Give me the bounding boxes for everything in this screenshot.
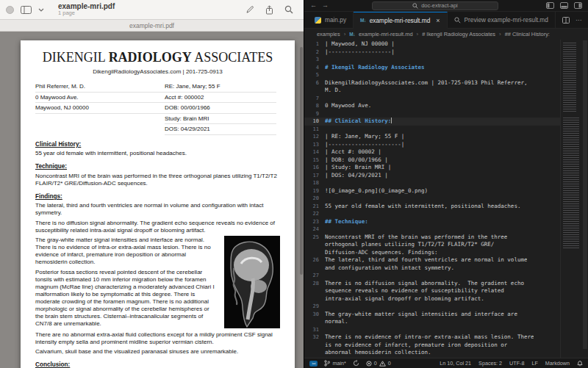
- editor-line[interactable]: intra-axial signal dropoff or blooming a…: [304, 295, 560, 303]
- editor-line[interactable]: 14 | Acct #: 00002 |: [304, 148, 560, 156]
- clinical-history-paragraph: 55 year old female with intermittent, po…: [35, 150, 280, 157]
- problems-status[interactable]: 0 0: [366, 360, 391, 367]
- tab-label: example-mri-result.md: [370, 17, 431, 24]
- editor-line[interactable]: orthogonal planes utilizing T1/T2/T2 FLA…: [304, 241, 560, 249]
- line-number: [304, 287, 325, 295]
- sidebar-view-menu[interactable]: [38, 8, 44, 12]
- git-branch-status[interactable]: main*: [324, 360, 345, 367]
- editor-line[interactable]: 30 The gray-white matter signal intensit…: [304, 311, 560, 319]
- line-text: The lateral, third and fourth ventricles…: [325, 256, 527, 264]
- nav-back-button[interactable]: ←: [310, 2, 317, 9]
- encoding-status[interactable]: UTF-8: [509, 360, 524, 367]
- command-center-search[interactable]: doc-extract-api: [372, 1, 498, 10]
- language-mode-status[interactable]: Markdown: [545, 360, 570, 367]
- editor-line[interactable]: 6 DikengilRadiologyAssociates.com | 201-…: [304, 79, 560, 87]
- indentation-status[interactable]: Spaces: 2: [478, 360, 502, 367]
- line-number: 6: [304, 79, 325, 87]
- editor-line[interactable]: 24: [304, 226, 560, 234]
- toggle-sidebar-icon[interactable]: [546, 2, 554, 9]
- editor-lines[interactable]: 1 | Maywood, NJ 00000 | 2 |-------------…: [304, 40, 560, 358]
- breadcrumb-file[interactable]: example-mri-result.md: [359, 31, 413, 37]
- branch-icon: [324, 360, 330, 367]
- editor-line[interactable]: 17 | DOS: 04/29/2021 |: [304, 172, 560, 180]
- editor-line[interactable]: 26 The lateral, third and fourth ventric…: [304, 256, 560, 264]
- scrollbar-thumb[interactable]: [583, 40, 587, 349]
- editor-line[interactable]: 16 | Study: Brain MRI |: [304, 164, 560, 172]
- editor-line[interactable]: 7: [304, 95, 560, 103]
- heading-technique: Technique:: [35, 163, 280, 170]
- editor-line[interactable]: 31: [304, 326, 560, 334]
- editor-line[interactable]: 5: [304, 71, 560, 79]
- line-number: 3: [304, 56, 325, 64]
- editor-line[interactable]: 13 |----------------------|: [304, 141, 560, 149]
- editor-line[interactable]: 1 | Maywood, NJ 00000 |: [304, 40, 560, 48]
- close-tab-icon[interactable]: ×: [436, 17, 440, 24]
- editor-line[interactable]: 4 # Ikengil Radiology Associates: [304, 64, 560, 72]
- toggle-panel-icon[interactable]: [560, 2, 568, 9]
- editor-line[interactable]: 27: [304, 272, 560, 280]
- editor-line[interactable]: normal.: [304, 318, 560, 326]
- editor-line[interactable]: abnormal hemosiderin collection.: [304, 349, 560, 357]
- editor-line[interactable]: is no evidence of infarct, premature iro…: [304, 342, 560, 350]
- pdf-viewport[interactable]: DIKENGIL RADIOLOGY ASSOCIATES DikengilRa…: [0, 32, 304, 368]
- editor-line[interactable]: 3: [304, 56, 560, 64]
- tab-main-py[interactable]: main.py: [308, 12, 354, 28]
- editor-line[interactable]: 10 ## Clinical History:: [304, 118, 560, 126]
- editor-line[interactable]: 19 ![0_image_0.png](0_image_0.png): [304, 187, 560, 195]
- editor-line[interactable]: 25 Noncontrast MRI of the brain was perf…: [304, 234, 560, 242]
- editor-line[interactable]: 20: [304, 195, 560, 203]
- breadcrumb-symbol-h2[interactable]: ## Clinical History:: [505, 31, 550, 37]
- breadcrumb-symbol-h1[interactable]: # Ikengil Radiology Associates: [422, 31, 495, 37]
- line-number: 23: [304, 218, 325, 226]
- editor-line[interactable]: and configuration with intact symmetry.: [304, 264, 560, 273]
- editor-line[interactable]: Diffusion-ADC sequences. Findings:: [304, 249, 560, 257]
- breadcrumb-folder[interactable]: examples: [317, 31, 340, 37]
- editor-line[interactable]: 8 0 Maywood Ave.: [304, 102, 560, 110]
- tab-example-mri-result-md[interactable]: M↓ example-mri-result.md ×: [354, 12, 447, 29]
- markup-button[interactable]: [245, 5, 254, 15]
- editor-scrollbar[interactable]: [582, 40, 588, 358]
- sync-status[interactable]: [353, 360, 359, 367]
- line-number: 28: [304, 280, 325, 288]
- line-text: |----------------------|: [325, 141, 404, 149]
- patient-info-row: Study: Brain MRI: [165, 114, 276, 125]
- eol-status[interactable]: LF: [531, 360, 537, 367]
- share-button[interactable]: [265, 5, 273, 15]
- editor-line[interactable]: 15 | DOB: 00/00/1966 |: [304, 156, 560, 165]
- nav-forward-button[interactable]: →: [322, 2, 329, 9]
- cursor-position-status[interactable]: Ln 10, Col 21: [440, 360, 471, 367]
- line-text: intra-axial signal dropoff or blooming a…: [325, 295, 484, 303]
- editor-line[interactable]: 9: [304, 110, 560, 118]
- editor-line[interactable]: 12 | RE: Jane, Mary; 55 F |: [304, 133, 560, 141]
- split-editor-icon[interactable]: [562, 17, 570, 24]
- editor-line[interactable]: sequence reveals no evidence of suscepti…: [304, 287, 560, 295]
- editor-line[interactable]: 21 55 year old female with intermittent,…: [304, 203, 560, 211]
- editor-line[interactable]: 28 There is no diffusion signal abnormal…: [304, 280, 560, 288]
- editor-line[interactable]: 2 |-------------------|: [304, 48, 560, 57]
- more-actions-icon[interactable]: ···: [576, 16, 582, 24]
- line-number: 10: [304, 118, 325, 126]
- notifications-bell-icon[interactable]: [577, 360, 583, 367]
- search-button[interactable]: [284, 5, 293, 15]
- remote-indicator[interactable]: ><: [309, 361, 318, 367]
- line-number: [304, 349, 325, 357]
- line-text: ## Technique:: [325, 218, 368, 226]
- editor-line[interactable]: 23 ## Technique:: [304, 218, 560, 226]
- pdf-document-tab[interactable]: example-mri.pdf: [0, 20, 304, 32]
- editor-line[interactable]: 11: [304, 126, 560, 134]
- tab-preview-example-mri-result-md[interactable]: Preview example-mri-result.md: [448, 12, 556, 28]
- editor-line[interactable]: 22: [304, 210, 560, 218]
- editor-line[interactable]: 18: [304, 179, 560, 187]
- chevron-down-icon: [38, 8, 44, 12]
- heading-conclusion: Conclusion:: [35, 361, 280, 368]
- editor-line[interactable]: 32 There is no evidence of intra-or extr…: [304, 333, 560, 342]
- editor-line[interactable]: M. D.: [304, 87, 560, 95]
- editor-line[interactable]: 29: [304, 303, 560, 311]
- sidebar-toggle-button[interactable]: [21, 6, 32, 14]
- traffic-light-button[interactable]: [6, 6, 14, 14]
- pdf-scrollbar[interactable]: [300, 47, 303, 275]
- status-bar-right: Ln 10, Col 21 Spaces: 2 UTF-8 LF Markdow…: [440, 360, 583, 367]
- customize-layout-icon[interactable]: [574, 2, 582, 9]
- minimap[interactable]: [560, 40, 582, 358]
- workspace-title: doc-extract-api: [421, 2, 458, 9]
